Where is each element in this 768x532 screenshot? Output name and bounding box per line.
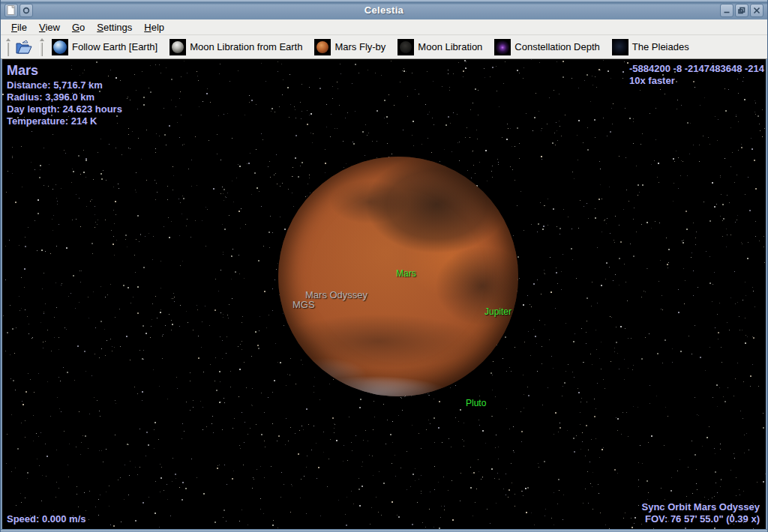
close-icon	[752, 6, 761, 15]
fov-readout: FOV: 76 57' 55.0" (0.39 x)	[641, 513, 760, 525]
toolbar: Follow Earth [Earth] Moon Libration from…	[1, 35, 767, 59]
bookmark-label: Mars Fly-by	[334, 41, 386, 52]
speed-readout: Speed: 0.000 m/s	[7, 513, 86, 525]
camera-status-panel: Sync Orbit Mars Odyssey FOV: 76 57' 55.0…	[641, 501, 760, 525]
info-day-length: Day length: 24.623 hours	[7, 103, 122, 115]
bookmark-label: Moon Libration	[418, 41, 482, 52]
bookmark-the-pleiades[interactable]: The Pleiades	[610, 37, 692, 57]
bookmark-moon-libration-from-earth[interactable]: Moon Libration from Earth	[167, 37, 304, 57]
app-menu-button[interactable]	[4, 4, 18, 17]
time-rate: 10x faster	[629, 75, 764, 87]
minimize-icon	[722, 6, 731, 15]
label-jupiter[interactable]: Jupiter	[484, 306, 512, 317]
close-button[interactable]	[750, 4, 764, 17]
circle-icon	[22, 6, 31, 15]
bookmark-follow-earth[interactable]: Follow Earth [Earth]	[50, 37, 160, 57]
orbit-status: Sync Orbit Mars Odyssey	[641, 501, 760, 513]
mars-icon	[314, 39, 331, 55]
window-bottom-frame	[1, 529, 767, 532]
bookmark-label: Follow Earth [Earth]	[72, 41, 158, 52]
menu-help[interactable]: Help	[138, 20, 170, 34]
bookmark-label: Constellation Depth	[514, 41, 599, 52]
window-title: Celestia	[1, 4, 767, 16]
time-panel: -5884200 -8 -2147483648 -214 10x faster	[629, 63, 764, 87]
date-coordinates: -5884200 -8 -2147483648 -214	[629, 63, 764, 75]
info-radius: Radius: 3,396.0 km	[7, 91, 122, 103]
moon-icon	[170, 39, 186, 55]
selected-object-name: Mars	[7, 63, 122, 78]
nebula-icon	[494, 39, 511, 55]
menubar: File View Go Settings Help	[1, 19, 767, 35]
star-cluster-icon	[612, 39, 628, 55]
space-viewport[interactable]: Mars Mars Odyssey MGS Jupiter Pluto Mars…	[1, 59, 767, 529]
bookmark-moon-libration[interactable]: Moon Libration	[395, 37, 484, 57]
selection-info-panel: Mars Distance: 5,716.7 km Radius: 3,396.…	[7, 63, 122, 127]
bookmark-label: The Pleiades	[632, 41, 689, 52]
maximize-button[interactable]	[735, 4, 748, 17]
info-temperature: Temperature: 214 K	[7, 115, 122, 127]
titlebar: Celestia	[1, 0, 767, 19]
minimize-button[interactable]	[720, 4, 734, 17]
info-distance: Distance: 5,716.7 km	[7, 79, 122, 91]
shade-button[interactable]	[20, 4, 33, 17]
menu-go[interactable]: Go	[66, 20, 91, 34]
restore-icon	[737, 6, 746, 15]
bookmark-mars-flyby[interactable]: Mars Fly-by	[312, 37, 388, 57]
bookmark-constellation-depth[interactable]: Constellation Depth	[492, 37, 602, 57]
label-mars[interactable]: Mars	[396, 268, 416, 279]
open-file-button[interactable]	[12, 37, 36, 58]
menu-settings[interactable]: Settings	[91, 20, 138, 34]
toolbar-handle-2[interactable]	[38, 37, 44, 57]
toolbar-handle[interactable]	[4, 37, 10, 57]
bookmark-label: Moon Libration from Earth	[190, 41, 302, 52]
label-mgs[interactable]: MGS	[292, 299, 315, 310]
document-icon	[7, 5, 16, 15]
label-pluto[interactable]: Pluto	[466, 398, 486, 408]
open-folder-icon	[15, 39, 33, 55]
celestia-window: Celestia File View	[0, 0, 768, 532]
dark-moon-icon	[398, 39, 414, 55]
earth-icon	[52, 39, 68, 55]
menu-file[interactable]: File	[5, 20, 33, 34]
menu-view[interactable]: View	[33, 20, 66, 34]
starfield-bright-layer	[2, 59, 4, 61]
